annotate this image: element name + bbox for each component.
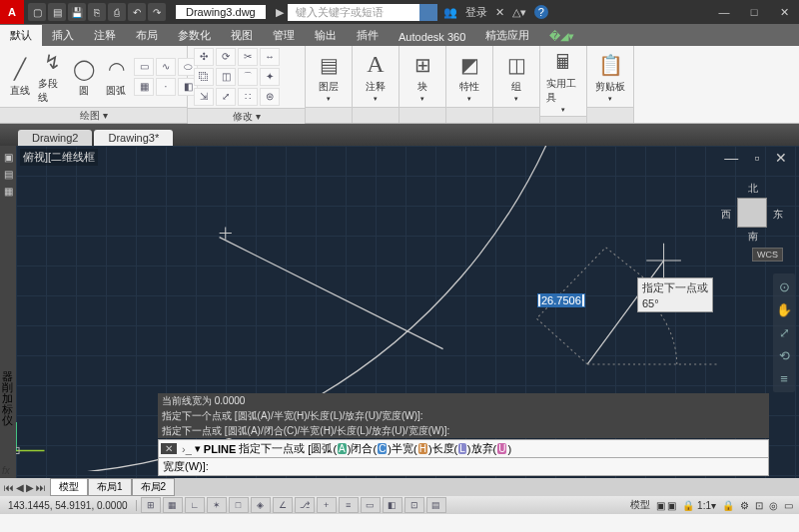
rect-icon[interactable]: ▭ (134, 58, 154, 76)
qat-new-icon[interactable]: ▢ (28, 3, 46, 21)
qat-saveas-icon[interactable]: ⎘ (88, 3, 106, 21)
hardware-accel-icon[interactable]: ⊡ (755, 500, 763, 511)
osnap-toggle[interactable]: □ (229, 497, 249, 513)
layout-nav-next-icon[interactable]: ▶ (26, 482, 34, 493)
infocenter-icon[interactable]: 👥 (443, 6, 457, 19)
layout-nav-prev-icon[interactable]: ◀ (16, 482, 24, 493)
rotate-icon[interactable]: ⟳ (216, 48, 236, 66)
doctab-drawing2[interactable]: Drawing2 (18, 130, 92, 146)
stretch-icon[interactable]: ⇲ (194, 88, 214, 106)
group-button[interactable]: ◫组▾ (499, 51, 533, 103)
circle-button[interactable]: ◯圆 (70, 55, 98, 98)
fillet-icon[interactable]: ⌒ (238, 68, 258, 86)
extend-icon[interactable]: ↔ (260, 48, 280, 66)
layout-nav-first-icon[interactable]: ⏮ (4, 482, 14, 493)
polar-toggle[interactable]: ✶ (207, 497, 227, 513)
layout-tab-layout2[interactable]: 布局2 (132, 478, 176, 496)
otrack-toggle[interactable]: ∠ (273, 497, 293, 513)
line-button[interactable]: ╱直线 (6, 55, 34, 98)
copy-icon[interactable]: ⿻ (194, 68, 214, 86)
modelspace-button[interactable]: 模型 (630, 498, 650, 512)
ortho-toggle[interactable]: ∟ (185, 497, 205, 513)
tab-manage[interactable]: 管理 (263, 25, 305, 46)
signin-button[interactable]: 登录 (465, 5, 487, 20)
annoscale-button[interactable]: 🔒 1:1▾ (682, 500, 716, 511)
chevron-right-icon[interactable]: ›_ (179, 443, 195, 455)
tpy-toggle[interactable]: ▭ (361, 497, 381, 513)
layout-quickview-icon[interactable]: ▣ ▣ (656, 500, 677, 511)
sc-toggle[interactable]: ⊡ (404, 497, 424, 513)
tab-output[interactable]: 输出 (305, 25, 347, 46)
tab-featured[interactable]: 精选应用 (475, 25, 539, 46)
exchange-icon[interactable]: ✕ (495, 6, 504, 19)
arc-button[interactable]: ◠圆弧 (102, 55, 130, 98)
chevron-down-icon[interactable]: ▾ (256, 109, 261, 124)
tab-parametric[interactable]: 参数化 (168, 25, 221, 46)
polyline-button[interactable]: ↯多段线 (38, 48, 66, 105)
help-search-input[interactable]: 键入关键字或短语 (288, 4, 437, 21)
dynamic-input[interactable]: 26.7506 (537, 293, 585, 307)
coordinates-readout[interactable]: 143.1445, 54.9191, 0.0000 (0, 500, 137, 511)
clipboard-button[interactable]: 📋剪贴板▾ (593, 51, 627, 103)
app-logo[interactable]: A (0, 0, 24, 24)
move-icon[interactable]: ✣ (194, 48, 214, 66)
tab-a360[interactable]: Autodesk 360 (389, 28, 475, 46)
am-toggle[interactable]: ▤ (426, 497, 446, 513)
workspace-icon[interactable]: ⚙ (740, 500, 749, 511)
grid-toggle[interactable]: ▦ (163, 497, 183, 513)
tab-annotate[interactable]: 注释 (84, 25, 126, 46)
a360-icon[interactable]: △▾ (512, 6, 526, 19)
qp-toggle[interactable]: ◧ (383, 497, 402, 513)
spline-icon[interactable]: ∿ (156, 58, 176, 76)
doctab-drawing3[interactable]: Drawing3* (94, 130, 173, 146)
ducs-toggle[interactable]: ⎇ (295, 497, 315, 513)
layout-tab-layout1[interactable]: 布局1 (88, 478, 132, 496)
layout-nav-last-icon[interactable]: ⏭ (36, 482, 46, 493)
fx-icon[interactable]: fx (2, 465, 10, 476)
annovis-icon[interactable]: 🔒 (722, 500, 734, 511)
tab-insert[interactable]: 插入 (42, 25, 84, 46)
mirror-icon[interactable]: ◫ (216, 68, 236, 86)
hatch-icon[interactable]: ▦ (134, 78, 154, 96)
scale-icon[interactable]: ⤢ (216, 88, 236, 106)
offset-icon[interactable]: ⊜ (260, 88, 280, 106)
close-button[interactable]: ✕ (769, 0, 799, 24)
tab-layout[interactable]: 布局 (126, 25, 168, 46)
qat-print-icon[interactable]: ⎙ (108, 3, 126, 21)
tool-icon[interactable]: ▤ (4, 169, 13, 180)
layout-tab-model[interactable]: 模型 (50, 478, 88, 496)
dyn-toggle[interactable]: + (317, 497, 337, 513)
tab-plugins[interactable]: 插件 (347, 25, 389, 46)
panel-modify-title: 修改 (233, 109, 253, 124)
tab-view[interactable]: 视图 (221, 25, 263, 46)
tab-default[interactable]: 默认 (0, 25, 42, 46)
qat-open-icon[interactable]: ▤ (48, 3, 66, 21)
command-expand-icon[interactable]: ▾ (195, 442, 201, 455)
help-icon[interactable]: ? (534, 5, 548, 19)
array-icon[interactable]: ∷ (238, 88, 258, 106)
qat-redo-icon[interactable]: ↷ (148, 3, 166, 21)
utilities-button[interactable]: 🖩实用工具▾ (546, 48, 580, 114)
qat-save-icon[interactable]: 💾 (68, 3, 86, 21)
maximize-button[interactable]: □ (739, 0, 769, 24)
tab-expand-icon[interactable]: �◢▾ (539, 27, 584, 46)
chevron-down-icon[interactable]: ▾ (103, 108, 108, 123)
minimize-button[interactable]: — (709, 0, 739, 24)
qat-undo-icon[interactable]: ↶ (128, 3, 146, 21)
explode-icon[interactable]: ✦ (260, 68, 280, 86)
3dosnap-toggle[interactable]: ◈ (251, 497, 271, 513)
tool-icon[interactable]: ▦ (4, 186, 13, 197)
lwt-toggle[interactable]: ≡ (339, 497, 359, 513)
command-line[interactable]: ✕ ›_ ▾ PLINE 指定下一点或 [ 圆弧(A) 闭合(C) 半宽(H) … (158, 439, 769, 458)
trim-icon[interactable]: ✂ (238, 48, 258, 66)
isolate-icon[interactable]: ◎ (769, 500, 778, 511)
properties-button[interactable]: ◩特性▾ (452, 51, 486, 103)
cleanscreen-icon[interactable]: ▭ (784, 500, 793, 511)
tool-icon[interactable]: ▣ (4, 152, 13, 163)
annotate-button[interactable]: A注释▾ (359, 51, 393, 103)
snap-toggle[interactable]: ⊞ (141, 497, 161, 513)
layer-button[interactable]: ▤图层▾ (312, 51, 346, 103)
point-icon[interactable]: ∙ (156, 78, 176, 96)
block-button[interactable]: ⊞块▾ (405, 51, 439, 103)
close-icon[interactable]: ✕ (161, 443, 177, 454)
